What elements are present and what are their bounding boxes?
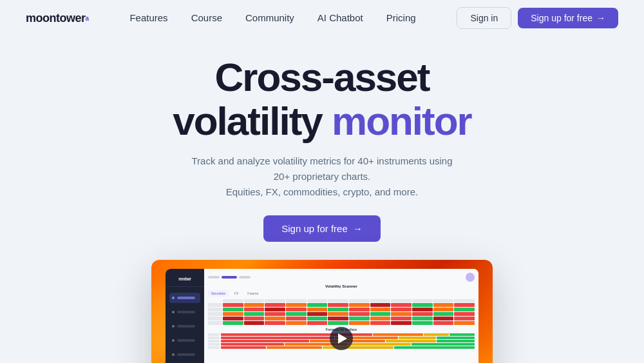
- hr2-c6: [328, 308, 348, 311]
- sidebar-dot-4: [172, 339, 175, 342]
- signup-button-hero[interactable]: Sign up for free →: [263, 215, 381, 242]
- sidebar-text-1: [177, 297, 195, 299]
- hr1-c1: [223, 303, 243, 307]
- play-button[interactable]: [330, 327, 353, 350]
- hr3-label: [208, 312, 222, 316]
- sidebar-dot-3: [172, 325, 175, 328]
- fwd-label-2: [208, 337, 220, 339]
- hr1-c3: [265, 303, 285, 307]
- nav-link-features[interactable]: Features: [129, 12, 167, 23]
- bc-1: [208, 276, 220, 279]
- navbar: moontowera Features Course Community AI …: [0, 0, 644, 36]
- signup-button-nav[interactable]: Sign up for free →: [518, 8, 618, 28]
- nav-link-pricing[interactable]: Pricing: [386, 12, 416, 23]
- fwd-bar-5a: [221, 346, 266, 349]
- hr1-c10: [412, 303, 433, 307]
- hr2-c2: [244, 308, 265, 311]
- hr3-c6: [328, 312, 348, 316]
- sidebar-item-2[interactable]: [169, 307, 200, 317]
- nav-item-course[interactable]: Course: [191, 12, 222, 24]
- nav-actions: Sign in Sign up for free →: [457, 7, 618, 29]
- hr1-c2: [244, 303, 265, 307]
- hr4-c11: [433, 317, 454, 320]
- nav-item-pricing[interactable]: Pricing: [386, 12, 416, 24]
- hr3-c8: [370, 312, 391, 316]
- dashboard-sidebar: mntwr: [166, 269, 204, 363]
- bc-2: [222, 276, 237, 279]
- nav-item-community[interactable]: Community: [245, 12, 294, 24]
- hr4-c5: [307, 317, 328, 320]
- hr3-c12: [454, 312, 475, 316]
- dash-breadcrumb: [208, 276, 251, 279]
- hr3-c4: [286, 312, 307, 316]
- sidebar-text-4: [177, 339, 195, 342]
- dash-section-title: Volatility Scanner: [208, 284, 475, 288]
- hero-section: Cross-asset volatility monitor Track and…: [0, 36, 644, 363]
- hr2-label: [208, 308, 222, 311]
- fwd-bar-1c: [424, 333, 449, 336]
- dash-user-avatar: [466, 273, 475, 282]
- hr1-c7: [349, 303, 370, 307]
- hr2-c8: [370, 308, 391, 311]
- hr4-c6: [328, 317, 348, 320]
- fwd-label-4: [208, 343, 220, 346]
- hr4-c12: [454, 317, 475, 320]
- nav-item-features[interactable]: Features: [129, 12, 167, 24]
- hh-12: [454, 299, 475, 302]
- heatmap-row-5: [208, 321, 475, 325]
- heatmap-row-4: [208, 317, 475, 320]
- sidebar-item-4[interactable]: [169, 335, 200, 346]
- hero-subtitle: Track and analyze volatility metrics for…: [187, 153, 457, 200]
- nav-link-course[interactable]: Course: [191, 12, 222, 23]
- signup-nav-label: Sign up for free: [531, 13, 592, 23]
- fwd-bar-1d: [450, 333, 475, 336]
- hr4-c3: [265, 317, 285, 320]
- logo[interactable]: moontowera: [26, 12, 89, 25]
- nav-link-aichatbot[interactable]: AI Chatbot: [317, 12, 363, 23]
- hh-3: [265, 299, 285, 302]
- sidebar-item-1[interactable]: [169, 293, 200, 303]
- heatmap-corner: [208, 299, 222, 302]
- dash-tab-futures[interactable]: Futures: [244, 290, 261, 297]
- hr3-c9: [391, 312, 412, 316]
- logo-sup: a: [86, 15, 89, 22]
- sidebar-item-3[interactable]: [169, 321, 200, 331]
- hr5-c3: [265, 321, 285, 325]
- fwd-label-5: [208, 346, 220, 349]
- hr5-c12: [454, 321, 475, 325]
- hero-title: Cross-asset volatility monitor: [173, 55, 471, 143]
- signup-nav-arrow: →: [596, 13, 605, 23]
- hh-11: [433, 299, 454, 302]
- dashboard-preview[interactable]: mntwr: [151, 260, 493, 363]
- hh-9: [391, 299, 412, 302]
- hr4-c2: [244, 317, 265, 320]
- dash-tab-fx[interactable]: FX: [231, 290, 242, 297]
- signin-button[interactable]: Sign in: [457, 7, 511, 29]
- hr1-c9: [391, 303, 412, 307]
- dashboard-main: Volatility Scanner Securities FX Futures: [204, 269, 478, 363]
- nav-link-community[interactable]: Community: [245, 12, 294, 23]
- fwd-label-1: [208, 333, 220, 336]
- hh-4: [286, 299, 307, 302]
- fwd-bar-2c: [399, 337, 437, 339]
- hero-title-line1: Cross-asset: [215, 55, 430, 99]
- hr1-c6: [328, 303, 348, 307]
- sidebar-text-5: [177, 353, 195, 356]
- hr5-c5: [307, 321, 328, 325]
- dash-tabs: Securities FX Futures: [208, 290, 475, 297]
- heatmap-row-1: [208, 303, 475, 307]
- nav-links: Features Course Community AI Chatbot Pri…: [129, 12, 415, 24]
- hero-title-line2-highlight: monitor: [332, 99, 471, 143]
- hr1-c8: [370, 303, 391, 307]
- sidebar-dot-1: [172, 297, 175, 299]
- hr1-c4: [286, 303, 307, 307]
- hero-cta-arrow: →: [353, 223, 363, 234]
- nav-item-aichatbot[interactable]: AI Chatbot: [317, 12, 363, 24]
- hr1-label: [208, 303, 222, 307]
- sidebar-item-5[interactable]: [169, 349, 200, 360]
- dash-tab-securities[interactable]: Securities: [208, 290, 229, 297]
- hh-8: [370, 299, 391, 302]
- sidebar-dot-2: [172, 311, 175, 313]
- hr3-c5: [307, 312, 328, 316]
- hr5-c2: [244, 321, 265, 325]
